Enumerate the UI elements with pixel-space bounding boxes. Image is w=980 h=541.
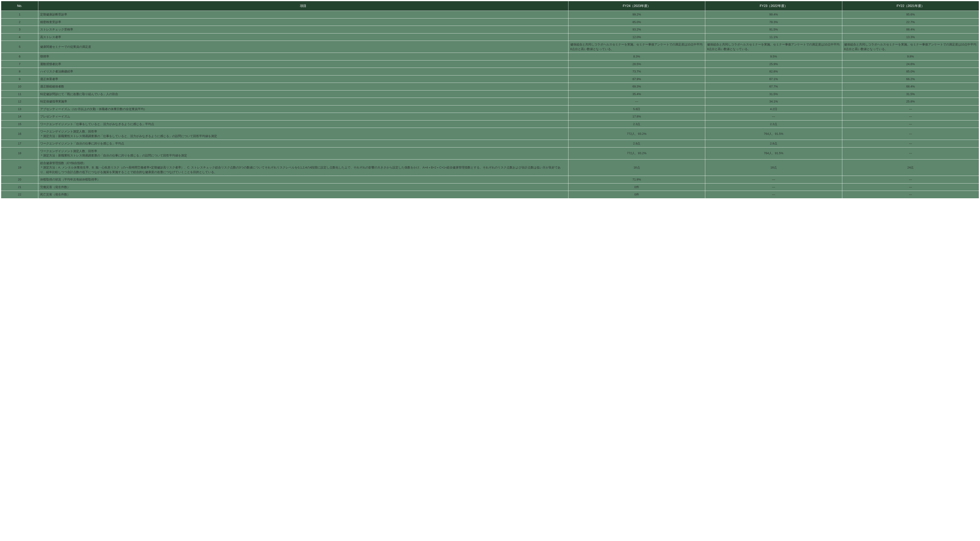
cell-item: 健康関連セミナーでの従業員の満足度 bbox=[38, 41, 568, 53]
cell-fy23: 67.7% bbox=[705, 83, 842, 91]
cell-fy22: 24.6% bbox=[842, 60, 979, 68]
cell-fy24: 16点 bbox=[568, 159, 705, 176]
cell-fy22: 13.3% bbox=[842, 33, 979, 41]
cell-item: 労働災害（発生件数） bbox=[38, 183, 568, 191]
cell-fy22: 88.4% bbox=[842, 26, 979, 34]
cell-fy22: 健保組合と共同しコラボヘルスセミナーを実施。セミナー事後アンケートでの満足度は1… bbox=[842, 41, 979, 53]
cell-fy24: 2.8点 bbox=[568, 140, 705, 147]
cell-fy23: ― bbox=[705, 191, 842, 198]
cell-no: 10 bbox=[1, 83, 38, 91]
cell-item: ワークエンゲイジメント測定人数、回答率 ＊測定方法：新職業性ストレス簡易調査票の… bbox=[38, 128, 568, 140]
cell-fy24: 71.8% bbox=[568, 176, 705, 184]
cell-no: 6 bbox=[1, 53, 38, 61]
table-row: 12特定保健指導実施率―34.1%25.8% bbox=[1, 98, 979, 105]
cell-no: 18 bbox=[1, 147, 38, 159]
cell-item: プレゼンティーイズム bbox=[38, 113, 568, 120]
cell-fy24: 772人、93.2% bbox=[568, 147, 705, 159]
cell-item: 高ストレス者率 bbox=[38, 33, 568, 41]
cell-fy23: 31.5% bbox=[705, 90, 842, 98]
cell-fy23: 9.5% bbox=[705, 53, 842, 61]
cell-fy24: 85.0% bbox=[568, 18, 705, 26]
cell-fy24: 8.3% bbox=[568, 53, 705, 61]
cell-fy22: 25.8% bbox=[842, 98, 979, 105]
cell-fy23: 67.1% bbox=[705, 75, 842, 83]
table-row: 10適正睡眠確保者数69.3%67.7%68.4% bbox=[1, 83, 979, 91]
table-row: 18ワークエンゲイジメント測定人数、回答率 ＊測定方法：新職業性ストレス簡易調査… bbox=[1, 147, 979, 159]
cell-no: 5 bbox=[1, 41, 38, 53]
cell-no: 15 bbox=[1, 120, 38, 128]
cell-no: 20 bbox=[1, 176, 38, 184]
cell-fy22: 68.4% bbox=[842, 83, 979, 91]
table-row: 17ワークエンゲイジメント「自分の仕事に誇りを感じる」平均点2.8点2.8点― bbox=[1, 140, 979, 147]
cell-fy23: 4.2日 bbox=[705, 105, 842, 113]
table-row: 22死亡災害（発生件数）0件―― bbox=[1, 191, 979, 198]
table-row: 1定期健康診断受診率99.2%99.4%95.6% bbox=[1, 11, 979, 18]
cell-item: 適正体重者率 bbox=[38, 75, 568, 83]
cell-no: 19 bbox=[1, 159, 38, 176]
table-row: 4高ストレス者率12.0%11.1%13.3% bbox=[1, 33, 979, 41]
cell-no: 22 bbox=[1, 191, 38, 198]
cell-fy23: 34.1% bbox=[705, 98, 842, 105]
cell-no: 14 bbox=[1, 113, 38, 120]
cell-item: 精密検査受診率 bbox=[38, 18, 568, 26]
cell-fy24: 69.3% bbox=[568, 83, 705, 91]
table-row: 14プレゼンティーイズム17.8%―― bbox=[1, 113, 979, 120]
cell-fy24: 93.2% bbox=[568, 26, 705, 34]
cell-item: 休暇取得の状況（平均年次有給休暇取得率） bbox=[38, 176, 568, 184]
header-fy24: FY24（2023年度） bbox=[568, 1, 705, 11]
cell-fy23: ― bbox=[705, 113, 842, 120]
table-row: 13アブセンティーイズム（1か月以上の欠勤・休職者の休業日数の全従業員平均）5.… bbox=[1, 105, 979, 113]
table-row: 11特定健診問診にて「既に改善に取り組んでいる」人の割合35.4%31.5%31… bbox=[1, 90, 979, 98]
header-item: 項目 bbox=[38, 1, 568, 11]
cell-fy23: 25.9% bbox=[705, 60, 842, 68]
cell-fy22: 95.6% bbox=[842, 11, 979, 18]
table-row: 5健康関連セミナーでの従業員の満足度健保組合と共同しコラボヘルスセミナーを実施。… bbox=[1, 41, 979, 53]
cell-fy22: ― bbox=[842, 105, 979, 113]
cell-fy24: 772人、93.2% bbox=[568, 128, 705, 140]
cell-fy22: ― bbox=[842, 176, 979, 184]
cell-item: 運動習慣者比率 bbox=[38, 60, 568, 68]
cell-item: ワークエンゲイジメント「仕事をしていると、活力がみなぎるように感じる」平均点 bbox=[38, 120, 568, 128]
cell-no: 9 bbox=[1, 75, 38, 83]
cell-item: 喫煙率 bbox=[38, 53, 568, 61]
cell-no: 21 bbox=[1, 183, 38, 191]
table-row: 20休暇取得の状況（平均年次有給休暇取得率）71.8%―― bbox=[1, 176, 979, 184]
cell-item: 特定保健指導実施率 bbox=[38, 98, 568, 105]
cell-item: 適正睡眠確保者数 bbox=[38, 83, 568, 91]
table-row: 19総合健康管理指数（EY独自指標） ＊測定方法：A. メンタル休業発生率、B.… bbox=[1, 159, 979, 176]
cell-fy24: 35.4% bbox=[568, 90, 705, 98]
cell-no: 3 bbox=[1, 26, 38, 34]
cell-fy23: 18点 bbox=[705, 159, 842, 176]
cell-fy24: 28.5% bbox=[568, 60, 705, 68]
cell-fy24: 0件 bbox=[568, 183, 705, 191]
table-row: 6喫煙率8.3%9.5%9.8% bbox=[1, 53, 979, 61]
cell-fy24: 12.0% bbox=[568, 33, 705, 41]
cell-item: ストレスチェック受検率 bbox=[38, 26, 568, 34]
cell-item: 死亡災害（発生件数） bbox=[38, 191, 568, 198]
cell-no: 8 bbox=[1, 68, 38, 75]
header-fy23: FY23（2022年度） bbox=[705, 1, 842, 11]
cell-item: 特定健診問診にて「既に改善に取り組んでいる」人の割合 bbox=[38, 90, 568, 98]
cell-no: 7 bbox=[1, 60, 38, 68]
table-row: 15ワークエンゲイジメント「仕事をしていると、活力がみなぎるように感じる」平均点… bbox=[1, 120, 979, 128]
cell-fy23: 99.4% bbox=[705, 11, 842, 18]
cell-no: 16 bbox=[1, 128, 38, 140]
cell-fy22: ― bbox=[842, 191, 979, 198]
cell-fy24: 17.8% bbox=[568, 113, 705, 120]
cell-fy22: ― bbox=[842, 113, 979, 120]
table-row: 3ストレスチェック受検率93.2%91.5%88.4% bbox=[1, 26, 979, 34]
cell-fy24: 67.9% bbox=[568, 75, 705, 83]
table-row: 2精密検査受診率85.0%78.3%22.7% bbox=[1, 18, 979, 26]
cell-fy23: ― bbox=[705, 183, 842, 191]
cell-item: 定期健康診断受診率 bbox=[38, 11, 568, 18]
cell-fy22: ― bbox=[842, 128, 979, 140]
health-metrics-table: No. 項目 FY24（2023年度） FY23（2022年度） FY22（20… bbox=[1, 1, 979, 198]
cell-fy24: 99.2% bbox=[568, 11, 705, 18]
cell-fy22: 22.7% bbox=[842, 18, 979, 26]
cell-fy24: ― bbox=[568, 98, 705, 105]
cell-no: 17 bbox=[1, 140, 38, 147]
cell-fy22: 31.5% bbox=[842, 90, 979, 98]
cell-no: 13 bbox=[1, 105, 38, 113]
cell-fy24: 73.7% bbox=[568, 68, 705, 75]
cell-item: 総合健康管理指数（EY独自指標） ＊測定方法：A. メンタル休業発生率、B. 脳… bbox=[38, 159, 568, 176]
